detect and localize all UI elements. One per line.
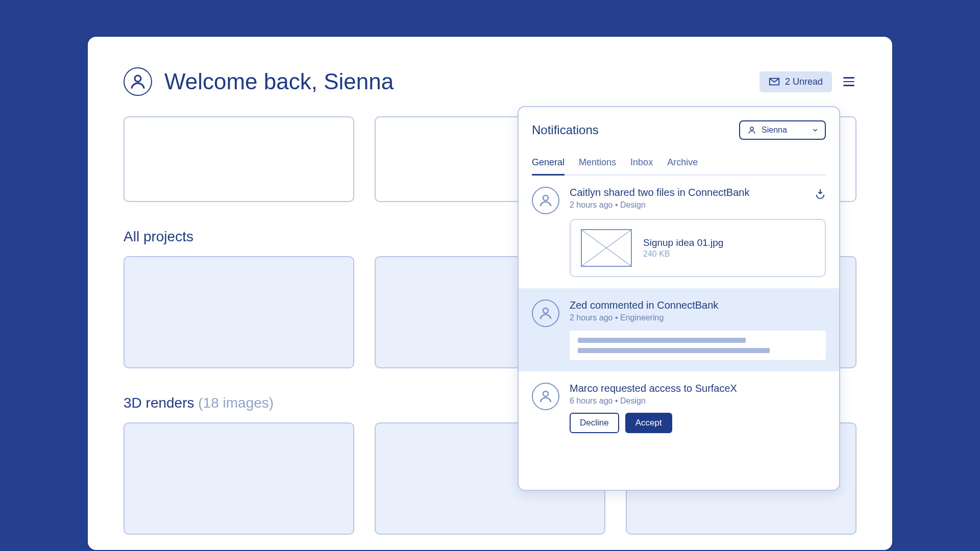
decline-button[interactable]: Decline: [570, 413, 619, 433]
unread-pill[interactable]: 2 Unread: [760, 71, 832, 92]
header-right: 2 Unread: [760, 71, 856, 92]
header-avatar[interactable]: [124, 67, 152, 96]
notification-title: Caitlyn shared two files in ConnectBank: [570, 187, 826, 198]
comment-preview: [570, 331, 826, 360]
notification-avatar: [532, 187, 559, 214]
notification-item[interactable]: Marco requested access to SurfaceX 6 hou…: [519, 371, 839, 444]
notification-title: Zed commented in ConnectBank: [570, 299, 826, 311]
tab-inbox[interactable]: Inbox: [630, 152, 653, 174]
file-thumb-placeholder-icon: [581, 229, 632, 267]
svg-point-3: [543, 308, 548, 313]
notification-body: Marco requested access to SurfaceX 6 hou…: [570, 383, 826, 433]
render-card[interactable]: [124, 422, 354, 535]
svg-point-2: [543, 195, 548, 201]
file-attachment[interactable]: Signup idea 01.jpg 240 KB: [570, 219, 826, 277]
text-placeholder-line: [578, 348, 770, 353]
tab-archive[interactable]: Archive: [667, 152, 698, 174]
person-icon: [538, 389, 553, 404]
svg-point-0: [135, 76, 141, 82]
person-icon: [538, 193, 553, 208]
inbox-icon: [769, 77, 780, 86]
file-size: 240 KB: [643, 249, 723, 259]
notification-avatar: [532, 383, 559, 410]
file-name: Signup idea 01.jpg: [643, 237, 723, 248]
action-buttons: Decline Accept: [570, 413, 826, 433]
renders-count: (18 images): [198, 395, 274, 411]
text-placeholder-line: [578, 338, 746, 343]
panel-tabs: General Mentions Inbox Archive: [532, 152, 826, 176]
panel-header: Notifications Sienna: [532, 120, 826, 140]
chevron-down-icon: [812, 127, 819, 134]
notifications-panel: Notifications Sienna General Mentions In…: [518, 106, 840, 491]
notification-item[interactable]: Zed commented in ConnectBank 2 hours ago…: [519, 288, 839, 371]
notification-list: Caitlyn shared two files in ConnectBank …: [519, 176, 839, 490]
svg-point-4: [543, 391, 548, 396]
file-info: Signup idea 01.jpg 240 KB: [643, 237, 723, 259]
page-title: Welcome back, Sienna: [164, 69, 394, 94]
notification-title: Marco requested access to SurfaceX: [570, 383, 826, 394]
notification-meta: 6 hours ago • Design: [570, 396, 826, 406]
person-icon: [129, 72, 147, 91]
svg-point-1: [750, 127, 753, 130]
notification-avatar: [532, 299, 559, 327]
header-left: Welcome back, Sienna: [124, 67, 394, 96]
notification-body: Caitlyn shared two files in ConnectBank …: [570, 187, 826, 277]
page-header: Welcome back, Sienna 2 Unread: [124, 67, 856, 96]
hamburger-menu-icon[interactable]: [841, 75, 856, 88]
notification-meta: 2 hours ago • Engineering: [570, 313, 826, 322]
notification-body: Zed commented in ConnectBank 2 hours ago…: [570, 299, 826, 360]
recent-card[interactable]: [124, 116, 354, 202]
notification-meta: 2 hours ago • Design: [570, 201, 826, 210]
panel-title: Notifications: [532, 123, 599, 137]
tab-general[interactable]: General: [532, 152, 565, 176]
person-icon: [747, 126, 756, 135]
accept-button[interactable]: Accept: [625, 413, 672, 433]
project-card[interactable]: [124, 256, 354, 368]
notification-item[interactable]: Caitlyn shared two files in ConnectBank …: [519, 176, 839, 288]
person-icon: [538, 306, 553, 321]
tab-mentions[interactable]: Mentions: [579, 152, 616, 174]
unread-label: 2 Unread: [785, 77, 823, 87]
user-select[interactable]: Sienna: [739, 120, 826, 140]
download-icon[interactable]: [815, 188, 826, 201]
renders-label: 3D renders: [124, 395, 198, 411]
user-select-label: Sienna: [762, 126, 787, 135]
